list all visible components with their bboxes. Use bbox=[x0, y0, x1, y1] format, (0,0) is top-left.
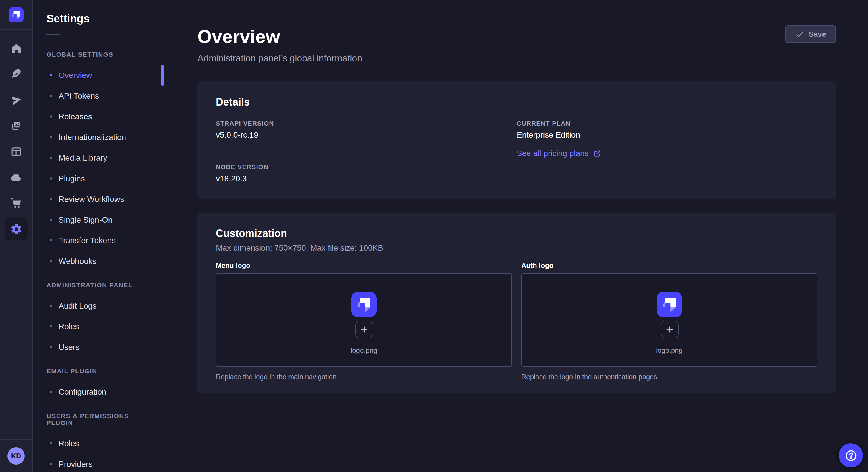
customization-subtitle: Max dimension: 750×750, Max file size: 1… bbox=[216, 243, 817, 252]
subnav-section: USERS & PERMISSIONS PLUGINRolesProviders bbox=[46, 412, 156, 470]
bullet-icon bbox=[50, 442, 52, 444]
main-nav-paper-plane-button[interactable] bbox=[5, 88, 28, 111]
subnav-item-roles[interactable]: Roles bbox=[46, 438, 156, 449]
subnav-section-header: ADMINISTRATION PANEL bbox=[46, 281, 156, 289]
check-icon bbox=[795, 30, 804, 39]
menu-logo-caption: Replace the logo in the main navigation bbox=[216, 373, 512, 381]
main-nav-footer: KD bbox=[0, 439, 32, 472]
subnav-item-label: Roles bbox=[59, 322, 79, 331]
auth-logo-dropzone[interactable]: logo.png bbox=[521, 273, 817, 367]
subnav-section-header: GLOBAL SETTINGS bbox=[46, 51, 156, 58]
save-button-label: Save bbox=[809, 30, 826, 38]
strapi-version-field: STRAPI VERSION v5.0.0-rc.19 bbox=[216, 120, 517, 139]
subnav-item-label: Media Library bbox=[59, 153, 107, 162]
subnav-item-internationalization[interactable]: Internationalization bbox=[46, 131, 156, 143]
subnav-item-providers[interactable]: Providers bbox=[46, 458, 156, 470]
strapi-logo[interactable] bbox=[9, 7, 24, 22]
bullet-icon bbox=[50, 346, 52, 348]
paper-plane-icon bbox=[10, 94, 22, 106]
menu-logo-dropzone[interactable]: logo.png bbox=[216, 273, 512, 367]
field-label: CURRENT PLAN bbox=[517, 120, 817, 127]
subnav-item-label: Webhooks bbox=[59, 256, 96, 266]
home-icon bbox=[10, 42, 22, 54]
bullet-icon bbox=[50, 198, 52, 200]
main-nav-sidebar: KD bbox=[0, 0, 33, 472]
subnav-item-releases[interactable]: Releases bbox=[46, 111, 156, 122]
subnav-item-single-sign-on[interactable]: Single Sign-On bbox=[46, 214, 156, 225]
subnav-item-label: Internationalization bbox=[59, 133, 126, 142]
main-nav-images-button[interactable] bbox=[5, 114, 28, 137]
menu-logo-label: Menu logo bbox=[216, 262, 512, 270]
subnav-item-overview[interactable]: Overview bbox=[46, 69, 156, 81]
field-label: STRAPI VERSION bbox=[216, 120, 517, 127]
auth-logo-upload-field: Auth logo logo.png Replace the logo in t… bbox=[521, 262, 817, 381]
field-label: NODE VERSION bbox=[216, 164, 517, 170]
cloud-icon bbox=[10, 171, 22, 183]
main-nav-icons bbox=[5, 30, 28, 439]
page-header: Overview Administration panel’s global i… bbox=[197, 0, 836, 64]
main-nav-cart-button[interactable] bbox=[5, 192, 28, 214]
main-nav-cloud-button[interactable] bbox=[5, 166, 28, 189]
menu-logo-upload-field: Menu logo logo.png Replace the logo in t… bbox=[216, 262, 512, 381]
bullet-icon bbox=[50, 95, 52, 97]
current-plan-field: CURRENT PLAN Enterprise Edition bbox=[517, 120, 817, 139]
gear-icon bbox=[10, 223, 22, 235]
bullet-icon bbox=[50, 239, 52, 241]
layout-icon bbox=[10, 145, 22, 158]
subnav-item-label: Single Sign-On bbox=[59, 215, 113, 224]
details-left-column: STRAPI VERSION v5.0.0-rc.19 NODE VERSION… bbox=[216, 120, 517, 183]
subnav-item-configuration[interactable]: Configuration bbox=[46, 386, 156, 398]
details-card-title: Details bbox=[216, 96, 817, 108]
subnav-scrollbar-thumb[interactable] bbox=[161, 65, 164, 86]
main-nav-feather-button[interactable] bbox=[5, 63, 28, 86]
bullet-icon bbox=[50, 305, 52, 307]
main-nav-home-button[interactable] bbox=[5, 37, 28, 60]
strapi-logomark-icon bbox=[657, 292, 682, 317]
subnav-section: EMAIL PLUGINConfiguration bbox=[46, 368, 156, 398]
bullet-icon bbox=[50, 218, 52, 221]
subnav-item-transfer-tokens[interactable]: Transfer Tokens bbox=[46, 235, 156, 246]
help-button[interactable] bbox=[839, 443, 863, 467]
subnav-item-roles[interactable]: Roles bbox=[46, 321, 156, 332]
bullet-icon bbox=[50, 325, 52, 328]
main-nav-gear-button[interactable] bbox=[5, 217, 28, 240]
subnav-item-label: API Tokens bbox=[59, 91, 99, 100]
avatar[interactable]: KD bbox=[7, 447, 25, 465]
pricing-plans-link[interactable]: See all pricing plans bbox=[517, 148, 602, 158]
page-header-text: Overview Administration panel’s global i… bbox=[197, 26, 362, 64]
bullet-icon bbox=[50, 391, 52, 393]
bullet-icon bbox=[50, 157, 52, 159]
details-card: Details STRAPI VERSION v5.0.0-rc.19 NODE… bbox=[197, 81, 836, 199]
menu-logo-add-button[interactable] bbox=[355, 320, 373, 338]
subnav-item-label: Overview bbox=[59, 71, 92, 80]
subnav-item-label: Review Workflows bbox=[59, 194, 124, 204]
subnav-item-media-library[interactable]: Media Library bbox=[46, 152, 156, 164]
subnav-item-label: Roles bbox=[59, 439, 79, 448]
menu-logo-filename: logo.png bbox=[351, 346, 377, 354]
plus-icon bbox=[359, 324, 369, 334]
subnav-item-users[interactable]: Users bbox=[46, 341, 156, 353]
save-button[interactable]: Save bbox=[785, 25, 836, 43]
page-subtitle: Administration panel’s global informatio… bbox=[197, 53, 362, 64]
bullet-icon bbox=[50, 177, 52, 179]
field-value: v18.20.3 bbox=[216, 174, 517, 183]
bullet-icon bbox=[50, 115, 52, 117]
bullet-icon bbox=[50, 136, 52, 138]
subnav-item-audit-logs[interactable]: Audit Logs bbox=[46, 300, 156, 311]
subnav-title: Settings bbox=[46, 12, 151, 25]
subnav-header: Settings bbox=[33, 0, 165, 35]
details-grid: STRAPI VERSION v5.0.0-rc.19 NODE VERSION… bbox=[216, 120, 817, 183]
subnav-item-webhooks[interactable]: Webhooks bbox=[46, 255, 156, 267]
subnav-item-review-workflows[interactable]: Review Workflows bbox=[46, 193, 156, 205]
subnav-section-header: EMAIL PLUGIN bbox=[46, 368, 156, 374]
auth-logo-add-button[interactable] bbox=[660, 320, 678, 338]
main-nav-layout-button[interactable] bbox=[5, 140, 28, 163]
page-title: Overview bbox=[197, 26, 362, 47]
subnav-item-plugins[interactable]: Plugins bbox=[46, 173, 156, 184]
settings-subnav: Settings GLOBAL SETTINGSOverviewAPI Toke… bbox=[33, 0, 165, 472]
subnav-item-api-tokens[interactable]: API Tokens bbox=[46, 90, 156, 102]
auth-logo-caption: Replace the logo in the authentication p… bbox=[521, 373, 817, 381]
main-content: Overview Administration panel’s global i… bbox=[165, 0, 868, 472]
details-right-column: CURRENT PLAN Enterprise Edition See all … bbox=[517, 120, 817, 183]
subnav-section: ADMINISTRATION PANELAudit LogsRolesUsers bbox=[46, 281, 156, 353]
